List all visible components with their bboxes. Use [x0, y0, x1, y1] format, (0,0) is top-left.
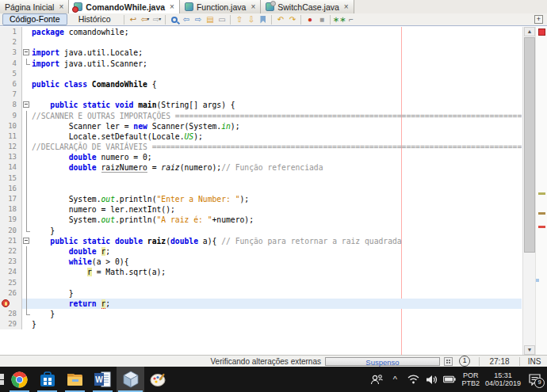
code-line[interactable]: 2 — [0, 37, 522, 48]
taskbar-file-explorer-button[interactable] — [61, 367, 89, 392]
toggle-bookmark-icon[interactable] — [257, 14, 269, 25]
line-number-gutter[interactable]: 13 — [0, 152, 22, 162]
taskbar-netbeans-button[interactable] — [117, 367, 144, 392]
toggle-highlight-search-icon[interactable]: ▤ — [204, 14, 216, 25]
taskbar-chrome-button[interactable] — [6, 367, 33, 392]
last-edit-position-icon[interactable]: ↩ — [127, 14, 139, 25]
line-number-gutter[interactable]: 24 — [0, 267, 22, 277]
code-line[interactable]: 14 double raizNumero = raiz(numero);// F… — [0, 162, 522, 173]
code-line[interactable]: 3import java.util.Locale; — [0, 48, 522, 58]
expand-icon[interactable]: + — [534, 15, 543, 24]
line-number-gutter[interactable]: 3 — [0, 48, 22, 58]
line-number-gutter[interactable]: 1 — [0, 27, 22, 37]
code-line[interactable]: 21 public static double raiz(double a){ … — [0, 236, 522, 246]
uncomment-icon[interactable]: ⌐ — [345, 14, 357, 25]
code-fold-start[interactable] — [22, 100, 31, 110]
line-number-gutter[interactable]: 21 — [0, 236, 22, 246]
stop-macro-icon[interactable]: ■ — [316, 14, 327, 25]
code-line[interactable]: 25 — [0, 278, 522, 288]
code-line[interactable]: 5 — [0, 69, 522, 79]
action-center-icon[interactable]: 9 — [526, 371, 542, 388]
code-line[interactable]: 13 double numero = 0; — [0, 152, 522, 162]
tab-switchcase-java[interactable]: SwitchCase.java× — [261, 0, 354, 13]
line-number-gutter[interactable]: 23 — [0, 257, 22, 267]
history-view-button[interactable]: Histórico — [67, 14, 122, 25]
source-view-button[interactable]: Código-Fonte — [2, 13, 67, 25]
shift-line-left-icon[interactable]: ↶ — [274, 14, 286, 25]
line-number-gutter[interactable]: 9 — [0, 111, 22, 121]
tab-comandowhile-java[interactable]: ComandoWhile.java× — [69, 0, 180, 13]
line-number-gutter[interactable]: 8 — [0, 100, 22, 110]
code-line[interactable]: 10 Scanner ler = new Scanner(System.in); — [0, 121, 522, 131]
dropdown-arrow-icon[interactable]: ▾ — [159, 14, 161, 25]
line-number-gutter[interactable]: 7 — [0, 89, 22, 100]
back-icon[interactable]: ⇦▾ — [139, 14, 151, 25]
volume-icon[interactable] — [425, 371, 438, 388]
line-number-gutter[interactable]: 12 — [0, 142, 22, 152]
dropdown-arrow-icon[interactable]: ▾ — [147, 14, 149, 25]
process-list-icon[interactable] — [444, 357, 453, 366]
error-stripe[interactable] — [535, 27, 547, 355]
code-line[interactable]: 22 double r; — [0, 246, 522, 257]
taskbar-word-button[interactable]: W — [89, 367, 117, 392]
code-fold-start[interactable] — [22, 48, 31, 58]
code-line[interactable]: 8 public static void main(String[] args)… — [0, 100, 522, 110]
line-number-gutter[interactable]: 19 — [0, 215, 22, 225]
code-line[interactable]: 26 } — [0, 288, 522, 299]
close-icon[interactable]: × — [344, 2, 349, 11]
line-number-gutter[interactable]: 15 — [0, 173, 22, 184]
vertical-scrollbar[interactable]: ▲ ▼ — [522, 27, 535, 355]
tab-function-java[interactable]: Function.java× — [180, 0, 261, 13]
line-number-gutter[interactable]: 29 — [0, 319, 22, 329]
line-number-gutter[interactable]: 20 — [0, 226, 22, 236]
wifi-icon[interactable] — [407, 371, 419, 388]
line-number-gutter[interactable]: 28 — [0, 309, 22, 319]
line-number-gutter[interactable]: 26 — [0, 288, 22, 299]
shift-line-right-icon[interactable]: ↷ — [286, 14, 298, 25]
code-line[interactable]: 28 } — [0, 309, 522, 319]
line-number-gutter[interactable]: 18 — [0, 204, 22, 215]
code-line[interactable]: 11 Locale.setDefault(Locale.US); — [0, 131, 522, 142]
line-number-gutter[interactable]: 17 — [0, 194, 22, 204]
taskbar-clock[interactable]: 15:31 04/01/2019 — [485, 371, 521, 387]
code-line[interactable]: 7 — [0, 89, 522, 100]
code-line[interactable]: 9//SCANNER E OUTRAS IMPORTAÇÕES ========… — [0, 111, 522, 121]
line-number-gutter[interactable]: 25 — [0, 278, 22, 288]
code-line[interactable]: 6public class ComandoWhile { — [0, 79, 522, 89]
file-error-indicator-icon[interactable] — [538, 29, 545, 36]
code-area[interactable]: 1package comandowhile;23import java.util… — [0, 27, 522, 355]
close-icon[interactable]: × — [251, 2, 255, 11]
language-indicator[interactable]: POR PTB2 — [461, 371, 480, 387]
line-number-gutter[interactable]: 5 — [0, 69, 22, 79]
find-selection-icon[interactable] — [168, 14, 180, 25]
close-icon[interactable]: × — [170, 2, 174, 11]
error-annotation-icon[interactable] — [2, 299, 10, 307]
code-line[interactable]: 24 r = Math.sqrt(a); — [0, 267, 522, 277]
code-line[interactable]: 12//DECLARAÇÃO DE VARIÁVEIS ============… — [0, 142, 522, 152]
tab-p-gina-inicial[interactable]: Página Inicial× — [0, 0, 69, 13]
line-number-gutter[interactable]: 22 — [0, 246, 22, 257]
people-icon[interactable] — [370, 371, 383, 388]
start-button[interactable] — [0, 367, 6, 392]
rectangular-selection-icon[interactable]: ▭ — [216, 14, 228, 25]
code-line[interactable]: 15 — [0, 173, 522, 184]
find-next-occurrence-icon[interactable]: ⇨ — [192, 14, 204, 25]
line-number-gutter[interactable]: 4 — [0, 59, 22, 69]
record-macro-icon[interactable]: ● — [304, 14, 316, 25]
code-line[interactable]: 18 numero = ler.nextInt(); — [0, 204, 522, 215]
code-line[interactable]: 1package comandowhile; — [0, 27, 522, 37]
line-number-gutter[interactable]: 16 — [0, 184, 22, 194]
previous-bookmark-icon[interactable]: ⇧ — [233, 14, 245, 25]
code-line[interactable]: return r; — [0, 299, 522, 309]
tray-chevron-icon[interactable]: ^ — [388, 371, 401, 388]
close-icon[interactable]: × — [59, 2, 63, 11]
code-line[interactable]: 4import java.util.Scanner; — [0, 59, 522, 69]
taskbar-paint-button[interactable] — [144, 367, 172, 392]
line-number-gutter[interactable] — [0, 299, 22, 309]
scrollbar-thumb[interactable] — [524, 37, 535, 253]
code-line[interactable]: 23 while(a > 0){ — [0, 257, 522, 267]
forward-icon[interactable]: ⇨▾ — [151, 14, 163, 25]
line-number-gutter[interactable]: 11 — [0, 131, 22, 142]
scroll-up-button[interactable]: ▲ — [524, 27, 535, 36]
line-number-gutter[interactable]: 6 — [0, 79, 22, 89]
